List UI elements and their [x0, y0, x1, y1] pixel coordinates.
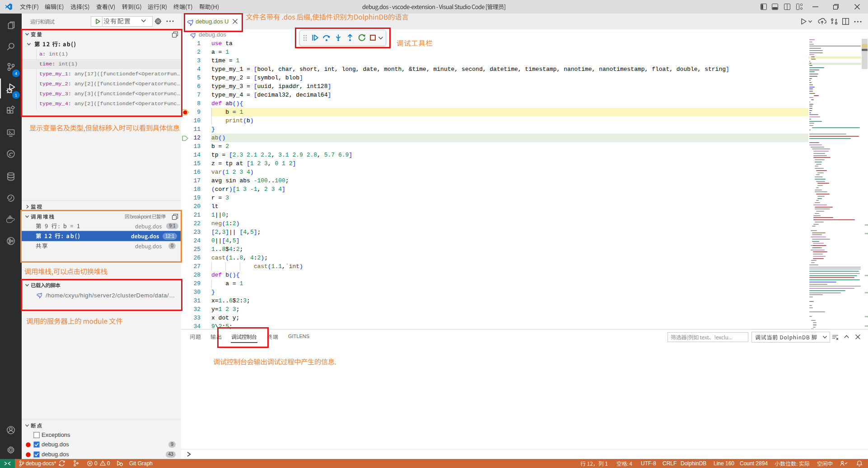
svg-text:4: 4 — [15, 71, 17, 76]
svg-text:1: 1 — [15, 93, 17, 97]
